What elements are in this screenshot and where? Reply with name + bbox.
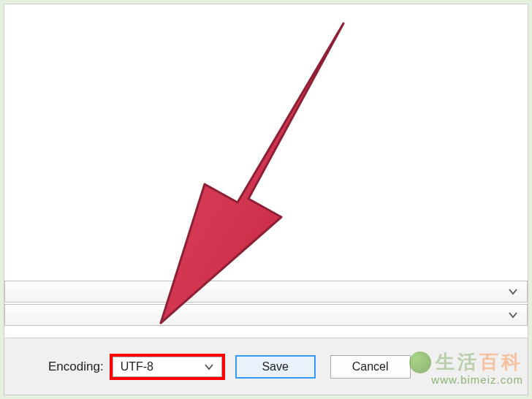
cancel-button[interactable]: Cancel (330, 355, 411, 379)
encoding-label: Encoding: (48, 360, 104, 374)
save-button-label: Save (262, 360, 288, 373)
encoding-select[interactable]: UTF-8 (113, 357, 222, 377)
main-panel: Encoding: UTF-8 Save Cancel (4, 4, 528, 395)
filetype-dropdown[interactable] (4, 304, 528, 326)
filename-dropdown[interactable] (4, 281, 528, 303)
chevron-down-icon (204, 362, 214, 372)
encoding-highlight: UTF-8 (110, 354, 225, 380)
chevron-down-icon (508, 286, 518, 297)
cancel-button-label: Cancel (352, 360, 389, 373)
bottom-bar: Encoding: UTF-8 Save Cancel (4, 338, 528, 395)
save-button[interactable]: Save (235, 355, 316, 379)
chevron-down-icon (508, 310, 518, 320)
encoding-value: UTF-8 (121, 360, 153, 373)
